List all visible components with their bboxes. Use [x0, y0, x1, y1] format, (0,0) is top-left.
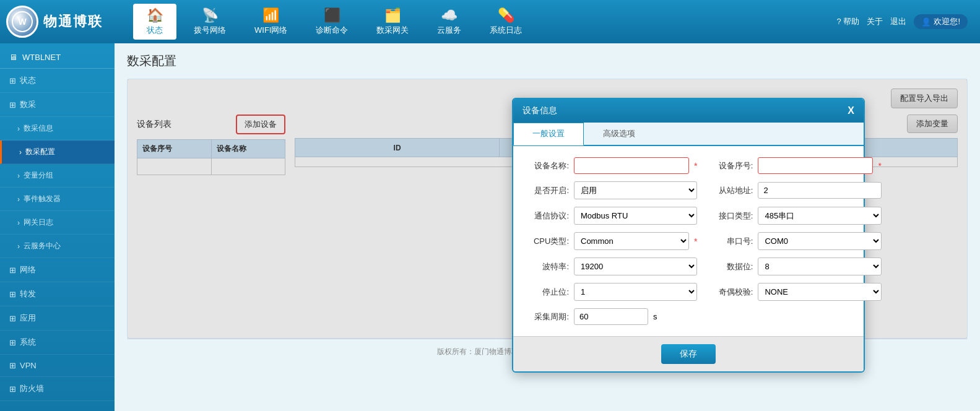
select-stop-bits[interactable]: 1 2 [574, 283, 697, 301]
form-row-interval: 采集周期: s [526, 308, 697, 325]
form-row-device-name: 设备名称: * [526, 157, 697, 174]
header-right: ? 帮助 关于 退出 👤 欢迎您! [837, 14, 968, 29]
modal-close-button[interactable]: X [848, 105, 854, 116]
label-parity: 奇偶校验: [709, 287, 753, 298]
grid-icon-apply: ⊞ [9, 314, 16, 323]
form-row-device-serial: 设备序号: * [709, 157, 881, 174]
form-row-parity: 奇偶校验: NONE ODD EVEN [709, 283, 881, 301]
arrow-icon-gwlog: › [17, 218, 20, 227]
sidebar-item-var-group[interactable]: › 变量分组 [0, 164, 115, 188]
required-star-name: * [694, 161, 697, 171]
form-row-slave-addr: 从站地址: [709, 181, 881, 199]
nav-item-diag[interactable]: ⬛ 诊断命令 [305, 4, 359, 40]
select-protocol[interactable]: Modbus RTU Modbus TCP OPC UA [574, 207, 697, 225]
nav-item-cloud[interactable]: ☁️ 云服务 [426, 4, 472, 40]
select-data-bits[interactable]: 7 8 [758, 257, 881, 275]
content-area: 数采配置 配置导入导出 设备列表 添加设备 设备序号 设备 [115, 43, 980, 411]
gateway-icon: 🗂️ [384, 7, 401, 24]
user-icon: 👤 [921, 17, 931, 27]
sidebar-item-apply[interactable]: ⊞ 应用 [0, 306, 115, 331]
label-device-name: 设备名称: [526, 160, 569, 171]
select-cpu-type[interactable]: Common S7-200 S7-300 [574, 232, 689, 250]
label-port-num: 串口号: [709, 236, 753, 247]
sidebar-label-data-info: 数采信息 [24, 123, 53, 134]
input-device-name[interactable] [574, 157, 689, 174]
input-slave-addr[interactable] [758, 182, 881, 199]
logout-link[interactable]: 退出 [890, 16, 906, 27]
modal-footer: 保存 [513, 336, 864, 371]
form-row-port-type: 接口类型: 485串口 232串口 TCP [709, 207, 881, 225]
sidebar-item-data[interactable]: ⊞ 数采 [0, 93, 115, 117]
sidebar-item-vpn[interactable]: ⊞ VPN [0, 355, 115, 377]
nav-area: 🏠 状态 📡 拨号网络 📶 WIFI网络 ⬛ 诊断命令 🗂️ 数采网关 ☁️ 云… [121, 4, 837, 40]
form-row-placeholder [709, 308, 881, 325]
sidebar-label-var-group: 变量分组 [24, 170, 53, 181]
select-port-num[interactable]: COM0 COM1 COM2 [758, 232, 881, 250]
btn-save[interactable]: 保存 [661, 344, 716, 364]
sidebar-label-cloud-center: 云服务中心 [24, 241, 61, 251]
config-wrapper: 配置导入导出 设备列表 添加设备 设备序号 设备名称 [127, 79, 968, 339]
sidebar-item-status[interactable]: ⊞ 状态 [0, 69, 115, 93]
logo-text: 物通博联 [43, 12, 103, 31]
nav-label-status: 状态 [147, 25, 163, 36]
sidebar-item-cloud-center[interactable]: › 云服务中心 [0, 235, 115, 258]
nav-item-dial[interactable]: 📡 拨号网络 [183, 4, 237, 40]
help-link[interactable]: ? 帮助 [837, 16, 860, 27]
form-grid: 设备名称: * 设备序号: * 是否开启: [526, 157, 851, 325]
label-enabled: 是否开启: [526, 185, 569, 196]
sidebar-item-forward[interactable]: ⊞ 转发 [0, 282, 115, 306]
logo-area: W 物通博联 [6, 6, 121, 38]
header: W 物通博联 🏠 状态 📡 拨号网络 📶 WIFI网络 ⬛ 诊断命令 🗂️ 数采… [0, 0, 980, 43]
input-device-serial[interactable] [758, 157, 873, 174]
sidebar-item-network[interactable]: ⊞ 网络 [0, 258, 115, 282]
wifi-icon: 📶 [262, 7, 279, 24]
nav-label-syslog: 系统日志 [490, 25, 522, 36]
nav-label-gateway: 数采网关 [376, 25, 409, 36]
form-row-cpu-type: CPU类型: Common S7-200 S7-300 * [526, 232, 697, 250]
sidebar-label-firewall: 防火墙 [20, 383, 44, 394]
sidebar-item-event[interactable]: › 事件触发器 [0, 188, 115, 211]
logo-icon: W [6, 6, 38, 38]
label-cpu-type: CPU类型: [526, 236, 569, 247]
sidebar: 🖥 WTBLNET ⊞ 状态 ⊞ 数采 › 数采信息 › 数采配置 › 变量分组… [0, 43, 115, 411]
label-protocol: 通信协议: [526, 210, 569, 222]
sidebar-item-data-info[interactable]: › 数采信息 [0, 117, 115, 141]
nav-item-wifi[interactable]: 📶 WIFI网络 [243, 4, 298, 40]
sidebar-item-system[interactable]: ⊞ 系统 [0, 331, 115, 355]
nav-item-gateway[interactable]: 🗂️ 数采网关 [365, 4, 420, 40]
sidebar-item-gw-log[interactable]: › 网关日志 [0, 211, 115, 235]
nav-item-syslog[interactable]: 💊 系统日志 [479, 4, 533, 40]
select-port-type[interactable]: 485串口 232串口 TCP [758, 207, 881, 225]
label-stop-bits: 停止位: [526, 287, 569, 298]
select-baud-rate[interactable]: 9600 19200 38400 115200 [574, 257, 697, 275]
grid-icon-system: ⊞ [9, 338, 16, 347]
nav-item-status[interactable]: 🏠 状态 [133, 4, 176, 40]
form-row-data-bits: 数据位: 7 8 [709, 257, 881, 275]
tab-general[interactable]: 一般设置 [513, 123, 584, 145]
sidebar-label-gw-log: 网关日志 [24, 217, 53, 228]
label-baud-rate: 波特率: [526, 261, 569, 272]
device-info-modal: 设备信息 X 一般设置 高级选项 设备名称: * [512, 98, 865, 373]
nav-label-dial: 拨号网络 [194, 25, 226, 36]
dial-icon: 📡 [202, 7, 219, 24]
input-interval[interactable] [574, 308, 648, 325]
tab-advanced[interactable]: 高级选项 [584, 123, 654, 145]
arrow-icon-config: › [19, 148, 22, 157]
sidebar-item-data-config[interactable]: › 数采配置 [0, 141, 115, 164]
grid-icon-forward: ⊞ [9, 290, 16, 299]
sidebar-item-firewall[interactable]: ⊞ 防火墙 [0, 377, 115, 401]
sidebar-label-data: 数采 [20, 99, 36, 110]
modal-header: 设备信息 X [513, 99, 864, 123]
nav-label-wifi: WIFI网络 [254, 25, 287, 36]
label-device-serial: 设备序号: [709, 160, 753, 171]
required-star-serial: * [878, 161, 881, 171]
select-parity[interactable]: NONE ODD EVEN [758, 283, 881, 301]
form-row-port-num: 串口号: COM0 COM1 COM2 [709, 232, 881, 250]
form-row-stop-bits: 停止位: 1 2 [526, 283, 697, 301]
select-enabled[interactable]: 启用 禁用 [574, 181, 697, 199]
interval-unit: s [653, 312, 657, 321]
about-link[interactable]: 关于 [867, 16, 883, 27]
sidebar-label-system: 系统 [20, 337, 36, 348]
main-layout: 🖥 WTBLNET ⊞ 状态 ⊞ 数采 › 数采信息 › 数采配置 › 变量分组… [0, 43, 980, 411]
sidebar-label-status: 状态 [20, 75, 36, 86]
